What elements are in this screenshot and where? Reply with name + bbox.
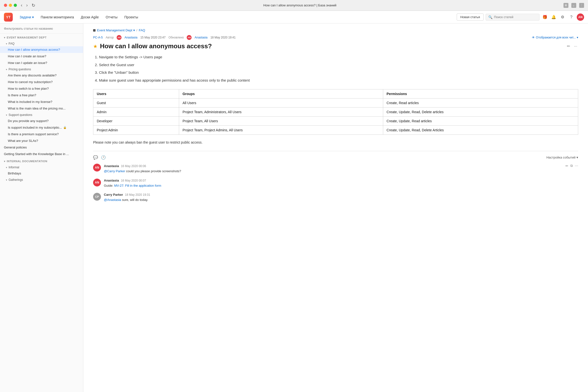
nav-arrows: ‹ › ↻ — [20, 2, 36, 8]
comment-item: CP Carry Parker 18 May 2020 19:31 @Anast… — [93, 193, 578, 202]
chevron-down-icon: ▾ — [6, 114, 7, 116]
minimize-button[interactable] — [9, 4, 12, 7]
top-nav-icons: 🎁 🔔 ⚙ ? AN — [542, 14, 584, 21]
app-logo[interactable]: YT — [4, 13, 13, 22]
sidebar-subsection-gatherings[interactable]: ▾ Gatherings — [0, 177, 83, 182]
maximize-button[interactable] — [14, 4, 17, 7]
sidebar-item-license[interactable]: What is included in my license? — [0, 98, 83, 105]
table-cell: Create, Read articles — [383, 98, 578, 108]
comment-link[interactable]: MV-27: Fill in the application form — [114, 184, 161, 188]
chevron-down-icon: ▾ — [6, 68, 7, 71]
reload-button[interactable]: ↻ — [30, 2, 36, 8]
table-cell: Developer — [93, 116, 179, 126]
sidebar-item-update-issue[interactable]: How can I update an issue? — [0, 60, 83, 66]
author-name[interactable]: Anastasia — [124, 36, 138, 39]
sidebar-subsection-support[interactable]: ▾ Support questions — [0, 112, 83, 118]
title-actions: ✏ ··· — [566, 43, 578, 50]
more-options-icon[interactable]: ⋮ — [579, 3, 584, 8]
sidebar-item-sla[interactable]: What are your SLAs? — [0, 138, 83, 144]
comment-body: Anastasia 16 May 2020 00:06 ✏ ⧉ ⋯ @Carry… — [104, 164, 578, 174]
table-cell: Project Team, All Users — [179, 116, 383, 126]
edit-title-button[interactable]: ✏ — [566, 43, 571, 50]
sidebar-section-event-mgmt[interactable]: ▾ EVENT MANAGEMENT DEPT — [0, 34, 83, 40]
sidebar-item-getting-started[interactable]: Getting Started with the Knowledge Base … — [0, 151, 83, 157]
new-article-button[interactable]: Новая статья — [457, 14, 484, 20]
table-cell: Create, Update, Read, Delete Articles — [383, 126, 578, 135]
settings-icon[interactable]: ⚙ — [559, 14, 566, 20]
main-layout: ▾ EVENT MANAGEMENT DEPT ▾ FAQ How can I … — [0, 24, 588, 392]
comment-body: Anastasia 16 May 2020 00:07 Guide: MV-27… — [104, 178, 578, 188]
nav-item-dashboards[interactable]: Панели мониторинга — [38, 14, 77, 20]
table-cell: Project Team, Project Admins, All Users — [179, 126, 383, 135]
comment-avatar: AN — [93, 178, 101, 186]
breadcrumb-project-link[interactable]: Event Management Dept ▾ — [97, 28, 135, 32]
table-header-groups: Groups — [179, 90, 383, 98]
note-text: Please note you can always ban the guest… — [93, 140, 578, 145]
window-title: How can I allow anonymous access? | База… — [264, 4, 336, 7]
sidebar-item-free-plan[interactable]: How to switch to a free plan? — [0, 85, 83, 92]
copy-comment-button[interactable]: ⧉ — [570, 164, 573, 168]
eye-icon: 👁 — [532, 36, 535, 39]
sidebar-filter-input[interactable] — [4, 27, 79, 30]
edit-comment-button[interactable]: ✏ — [566, 164, 568, 168]
comment-mention[interactable]: @Carry Parker — [104, 169, 125, 173]
comment-mention[interactable]: @Anastasia — [104, 198, 121, 202]
table-row: Project Admin Project Team, Project Admi… — [93, 126, 578, 135]
sidebar-section-internal[interactable]: ▾ Internal Documentation — [0, 157, 83, 164]
breadcrumb-section-link[interactable]: FAQ — [139, 28, 145, 32]
more-comment-button[interactable]: ⋯ — [575, 164, 578, 168]
history-tab-icon[interactable]: 🕐 — [101, 155, 106, 160]
sidebar-item-support-included[interactable]: Is support included in my subscriptio...… — [0, 124, 83, 131]
search-titlebar-icon[interactable]: ⌕ — [571, 3, 576, 8]
nav-item-reports[interactable]: Отчеты — [103, 14, 120, 20]
star-icon[interactable]: ★ — [93, 43, 98, 49]
comment-time: 16 May 2020 00:07 — [121, 179, 146, 182]
sidebar-item-pricing-idea[interactable]: What is the main idea of the pricing mo.… — [0, 105, 83, 112]
search-input[interactable] — [494, 15, 537, 19]
close-button[interactable] — [4, 4, 7, 7]
sidebar-item-discounts[interactable]: Are there any discounts available? — [0, 72, 83, 79]
nav-item-projects[interactable]: Проекты — [122, 14, 141, 20]
sidebar-subsection-pricing[interactable]: ▾ Pricing questions — [0, 66, 83, 72]
comment-header: Anastasia 16 May 2020 00:07 — [104, 178, 578, 182]
article-id[interactable]: PC-A-5 — [93, 36, 103, 39]
back-button[interactable]: ‹ — [20, 2, 23, 8]
table-cell: Guest — [93, 98, 179, 108]
chevron-down-icon: ▾ — [6, 166, 7, 169]
gift-icon[interactable]: 🎁 — [542, 14, 548, 20]
sidebar-item-create-issue[interactable]: How can I create an issue? — [0, 53, 83, 60]
user-avatar[interactable]: AN — [577, 14, 584, 21]
article-body: Navigate to the Settings -> Users page S… — [93, 54, 578, 83]
comment-header: Carry Parker 18 May 2020 19:31 — [104, 193, 578, 196]
table-row: Guest All Users Create, Read articles — [93, 98, 578, 108]
more-options-button[interactable]: ··· — [573, 43, 578, 50]
sidebar-item-support[interactable]: Do you provide any support? — [0, 118, 83, 124]
help-icon[interactable]: ? — [568, 14, 575, 20]
table-cell: Create, Update, Read articles — [383, 116, 578, 126]
comment-author: Anastasia — [104, 164, 119, 168]
comment-text: @Anastasia sure, will do today. — [104, 198, 578, 202]
sidebar-item-premium-support[interactable]: Is there a premium support service? — [0, 131, 83, 138]
sidebar-item-anon-access[interactable]: How can I allow anonymous access? — [0, 46, 83, 53]
comment-actions: ✏ ⧉ ⋯ — [566, 164, 578, 168]
translate-icon[interactable]: ⊞ — [564, 3, 568, 8]
nav-item-agile[interactable]: Доски Agile — [78, 14, 102, 20]
updated-author-name[interactable]: Anastasia — [194, 36, 208, 39]
bell-icon[interactable]: 🔔 — [550, 14, 557, 20]
sidebar-item-general-policies[interactable]: General policies — [0, 144, 83, 151]
visibility-control[interactable]: 👁 Отображается для всех чит... ▾ — [532, 36, 578, 39]
sidebar-subsection-informal[interactable]: ▾ Informal — [0, 164, 83, 170]
sidebar-subsection-faq[interactable]: ▾ FAQ — [0, 40, 83, 46]
forward-button[interactable]: › — [25, 2, 29, 8]
nav-item-tasks[interactable]: Задачи ▾ — [17, 14, 37, 20]
title-bar: ‹ › ↻ How can I allow anonymous access? … — [0, 0, 588, 11]
chevron-down-icon: ▾ — [6, 178, 7, 181]
search-bar[interactable]: 🔍 — [486, 14, 540, 20]
comments-settings[interactable]: Настройка событий ▾ — [546, 156, 578, 159]
sidebar-item-is-free-plan[interactable]: Is there a free plan? — [0, 92, 83, 98]
comments-tab-icon[interactable]: 💬 — [93, 155, 98, 160]
sidebar-item-birthdays[interactable]: Birthdays — [0, 170, 83, 177]
sidebar-item-cancel-sub[interactable]: How to cancel my subscription? — [0, 79, 83, 85]
sidebar: ▾ EVENT MANAGEMENT DEPT ▾ FAQ How can I … — [0, 24, 83, 392]
sidebar-filter[interactable] — [0, 24, 83, 34]
